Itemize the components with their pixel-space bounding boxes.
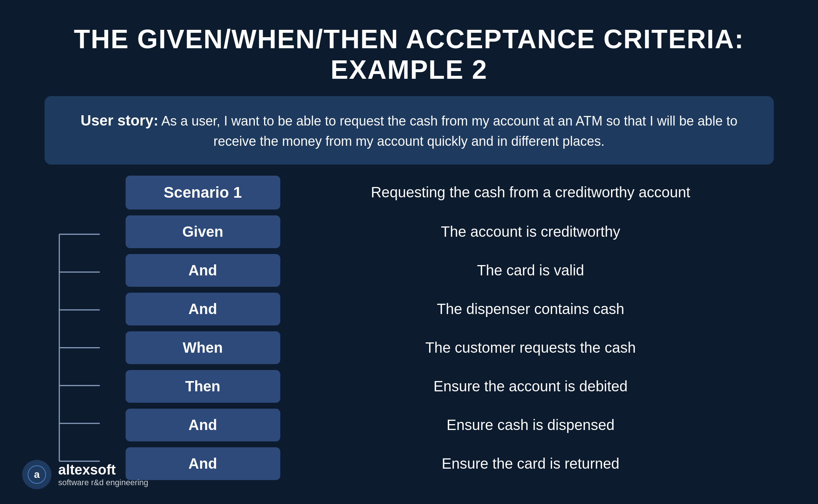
- keyword-then: Then: [126, 370, 280, 403]
- desc-then: Ensure the account is debited: [433, 378, 628, 395]
- scenario-area: Scenario 1 Requesting the cash from a cr…: [45, 176, 774, 480]
- desc-and-5: Ensure cash is dispensed: [447, 417, 615, 433]
- user-story-text: As a user, I want to be able to request …: [158, 113, 737, 149]
- keyword-col-1: And: [118, 254, 288, 287]
- desc-col-1: The card is valid: [288, 262, 774, 279]
- desc-col-0: The account is creditworthy: [288, 223, 774, 240]
- logo-text: altexsoft software r&d engineering: [58, 462, 148, 487]
- table-row: And Ensure cash is dispensed: [118, 409, 774, 441]
- table-row: Given The account is creditworthy: [118, 215, 774, 248]
- keyword-and-5: And: [126, 409, 280, 441]
- keyword-col-2: And: [118, 293, 288, 325]
- table-row: And The dispenser contains cash: [118, 293, 774, 325]
- keyword-col-3: When: [118, 331, 288, 364]
- bracket-svg: [45, 215, 118, 480]
- logo-area: a altexsoft software r&d engineering: [22, 460, 148, 489]
- keyword-given: Given: [126, 215, 280, 248]
- desc-when: The customer requests the cash: [425, 339, 636, 356]
- table-row: And The card is valid: [118, 254, 774, 287]
- table-row: And Ensure the card is returned: [118, 447, 774, 480]
- scenario-description-col: Requesting the cash from a creditworthy …: [288, 184, 774, 201]
- user-story-label: User story:: [81, 112, 158, 128]
- desc-col-4: Ensure the account is debited: [288, 378, 774, 395]
- keyword-col-0: Given: [118, 215, 288, 248]
- scenario-row: Scenario 1 Requesting the cash from a cr…: [45, 176, 774, 209]
- main-container: THE GIVEN/WHEN/THEN ACCEPTANCE CRITERIA:…: [22, 9, 796, 495]
- desc-and-6: Ensure the card is returned: [442, 455, 619, 472]
- altexsoft-logo-svg: a: [28, 465, 46, 484]
- keyword-col-4: Then: [118, 370, 288, 403]
- user-story-box: User story: As a user, I want to be able…: [45, 96, 774, 165]
- scenario-description: Requesting the cash from a creditworthy …: [371, 184, 690, 201]
- table-row: When The customer requests the cash: [118, 331, 774, 364]
- desc-col-3: The customer requests the cash: [288, 339, 774, 356]
- keyword-and-6: And: [126, 447, 280, 480]
- scenario-keyword-col: Scenario 1: [118, 176, 288, 209]
- desc-and-1: The card is valid: [477, 262, 584, 279]
- logo-icon: a: [22, 460, 52, 489]
- keyword-and-1: And: [126, 254, 280, 287]
- brand-sub: software r&d engineering: [58, 478, 148, 487]
- page-title: THE GIVEN/WHEN/THEN ACCEPTANCE CRITERIA:…: [74, 24, 744, 85]
- desc-given: The account is creditworthy: [441, 223, 620, 240]
- keyword-col-5: And: [118, 409, 288, 441]
- keyword-and-2: And: [126, 293, 280, 325]
- bracket-area: [45, 215, 118, 480]
- scenario-button: Scenario 1: [126, 176, 280, 209]
- desc-col-2: The dispenser contains cash: [288, 301, 774, 317]
- brand-name: altexsoft: [58, 462, 148, 478]
- table-row: Then Ensure the account is debited: [118, 370, 774, 403]
- keyword-when: When: [126, 331, 280, 364]
- bracketed-section: Given The account is creditworthy And: [45, 215, 774, 480]
- rows-container: Given The account is creditworthy And: [118, 215, 774, 480]
- desc-col-5: Ensure cash is dispensed: [288, 417, 774, 433]
- svg-text:a: a: [34, 469, 40, 480]
- desc-and-2: The dispenser contains cash: [437, 301, 624, 317]
- desc-col-6: Ensure the card is returned: [288, 455, 774, 472]
